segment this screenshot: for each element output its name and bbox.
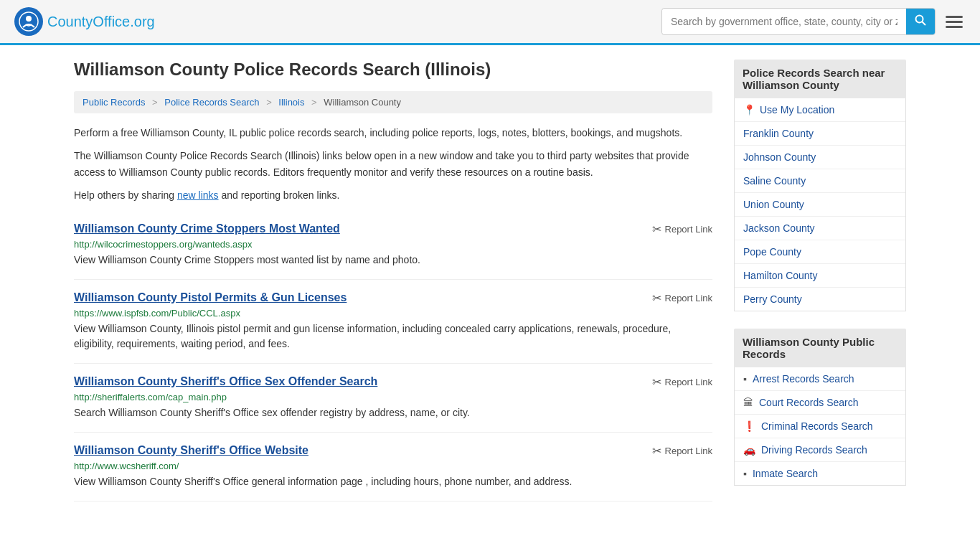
record-icon-2: ❗ [743, 420, 755, 432]
report-icon: ✂ [652, 222, 661, 236]
county-item: Perry County [735, 288, 905, 311]
description-para1: Perform a free Williamson County, IL pub… [74, 125, 712, 141]
result-desc-1: View Williamson County, Illinois pistol … [74, 321, 712, 352]
county-item: Jackson County [735, 217, 905, 240]
report-link-3[interactable]: ✂ Report Link [652, 444, 712, 458]
breadcrumb: Public Records > Police Records Search >… [74, 91, 712, 113]
result-entry: Williamson County Pistol Permits & Gun L… [74, 280, 712, 364]
record-link-3[interactable]: Driving Records Search [761, 444, 867, 456]
svg-point-1 [26, 16, 32, 22]
county-link-1[interactable]: Johnson County [743, 151, 816, 163]
report-link-0[interactable]: ✂ Report Link [652, 222, 712, 236]
search-button[interactable] [906, 9, 935, 34]
result-title-3[interactable]: Williamson County Sheriff's Office Websi… [74, 444, 308, 457]
result-url-1[interactable]: https://www.ispfsb.com/Public/CCL.aspx [74, 308, 712, 319]
county-item: Johnson County [735, 146, 905, 169]
county-item: Saline County [735, 169, 905, 193]
result-header: Williamson County Pistol Permits & Gun L… [74, 291, 712, 305]
county-item: Hamilton County [735, 264, 905, 288]
new-links[interactable]: new links [177, 189, 219, 201]
nearby-header: Police Records Search near Williamson Co… [734, 60, 906, 98]
county-link-3[interactable]: Union County [743, 199, 804, 210]
content-area: Williamson County Police Records Search … [74, 60, 712, 503]
svg-point-2 [916, 16, 923, 23]
report-icon: ✂ [652, 444, 661, 458]
logo-area: CountyOffice.org [14, 7, 155, 36]
county-item: Franklin County [735, 122, 905, 146]
county-link-4[interactable]: Jackson County [743, 222, 815, 234]
result-entry: Williamson County Sheriff's Office Websi… [74, 433, 712, 501]
result-title-0[interactable]: Williamson County Crime Stoppers Most Wa… [74, 222, 340, 235]
result-header: Williamson County Crime Stoppers Most Wa… [74, 222, 712, 236]
public-record-item: 🚗 Driving Records Search [735, 438, 905, 462]
use-my-location[interactable]: 📍 Use My Location [735, 98, 905, 122]
county-link-2[interactable]: Saline County [743, 175, 806, 187]
report-icon: ✂ [652, 291, 661, 305]
menu-button[interactable] [943, 13, 966, 31]
public-record-item: ▪ Inmate Search [735, 462, 905, 485]
breadcrumb-illinois[interactable]: Illinois [278, 97, 304, 108]
logo-icon [14, 7, 43, 36]
public-record-item: 🏛 Court Records Search [735, 391, 905, 415]
search-bar [661, 8, 936, 35]
result-entry: Williamson County Crime Stoppers Most Wa… [74, 211, 712, 280]
report-icon: ✂ [652, 375, 661, 389]
county-item: Pope County [735, 240, 905, 264]
county-link-0[interactable]: Franklin County [743, 128, 814, 139]
result-header: Williamson County Sheriff's Office Websi… [74, 444, 712, 458]
report-link-label: Report Link [665, 224, 712, 235]
result-header: Williamson County Sheriff's Office Sex O… [74, 375, 712, 389]
header: CountyOffice.org [0, 0, 980, 45]
county-item: Union County [735, 193, 905, 217]
breadcrumb-sep-2: > [266, 97, 272, 108]
results-container: Williamson County Crime Stoppers Most Wa… [74, 211, 712, 501]
record-link-0[interactable]: Arrest Records Search [753, 373, 854, 385]
page-title: Williamson County Police Records Search … [74, 60, 712, 80]
result-desc-2: Search Williamson County Sheriff's Offic… [74, 405, 712, 420]
result-title-1[interactable]: Williamson County Pistol Permits & Gun L… [74, 291, 347, 304]
county-link-5[interactable]: Pope County [743, 246, 801, 258]
result-desc-0: View Williamson County Crime Stoppers mo… [74, 253, 712, 268]
description-para3: Help others by sharing new links and rep… [74, 187, 712, 203]
report-link-1[interactable]: ✂ Report Link [652, 291, 712, 305]
main-container: Williamson County Police Records Search … [60, 45, 920, 517]
breadcrumb-police-records[interactable]: Police Records Search [164, 97, 259, 108]
svg-line-3 [923, 22, 926, 26]
record-link-4[interactable]: Inmate Search [753, 468, 818, 479]
county-link-6[interactable]: Hamilton County [743, 270, 818, 281]
logo-text: CountyOffice.org [47, 14, 155, 30]
public-record-item: ▪ Arrest Records Search [735, 367, 905, 391]
breadcrumb-public-records[interactable]: Public Records [83, 97, 145, 108]
nearby-list: 📍 Use My Location Franklin CountyJohnson… [734, 98, 906, 311]
record-icon-1: 🏛 [743, 397, 753, 408]
record-icon-4: ▪ [743, 468, 747, 479]
breadcrumb-sep-1: > [152, 97, 158, 108]
report-link-label: Report Link [665, 293, 712, 303]
record-link-1[interactable]: Court Records Search [759, 397, 859, 408]
record-link-2[interactable]: Criminal Records Search [761, 420, 873, 432]
description-para2: The Williamson County Police Records Sea… [74, 148, 712, 180]
public-records-header: Williamson County Public Records [734, 329, 906, 367]
header-right [661, 8, 966, 35]
result-entry: Williamson County Sheriff's Office Sex O… [74, 364, 712, 433]
search-input[interactable] [662, 10, 906, 33]
county-link-7[interactable]: Perry County [743, 293, 802, 305]
report-link-label: Report Link [665, 377, 712, 387]
county-list: Franklin CountyJohnson CountySaline Coun… [735, 122, 905, 311]
nearby-section: Police Records Search near Williamson Co… [734, 60, 906, 311]
result-url-2[interactable]: http://sheriffalerts.com/cap_main.php [74, 392, 712, 402]
report-link-2[interactable]: ✂ Report Link [652, 375, 712, 389]
result-title-2[interactable]: Williamson County Sheriff's Office Sex O… [74, 375, 377, 388]
result-url-0[interactable]: http://wilcocrimestoppers.org/wanteds.as… [74, 239, 712, 250]
result-desc-3: View Williamson County Sheriff's Office … [74, 474, 712, 489]
report-link-label: Report Link [665, 446, 712, 456]
public-record-item: ❗ Criminal Records Search [735, 415, 905, 438]
record-icon-0: ▪ [743, 373, 747, 385]
public-records-list: ▪ Arrest Records Search 🏛 Court Records … [734, 367, 906, 486]
breadcrumb-sep-3: > [311, 97, 317, 108]
sidebar: Police Records Search near Williamson Co… [734, 60, 906, 503]
breadcrumb-current: Williamson County [324, 97, 401, 108]
result-url-3[interactable]: http://www.wcsheriff.com/ [74, 461, 712, 471]
location-icon: 📍 [743, 104, 755, 116]
public-records-section: Williamson County Public Records ▪ Arres… [734, 329, 906, 486]
